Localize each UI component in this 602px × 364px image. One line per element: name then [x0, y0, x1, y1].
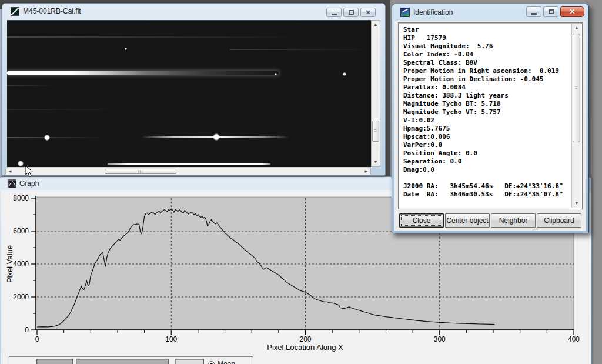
info-line: Separation: 0.0 — [403, 158, 569, 166]
ident-scroll-up-icon[interactable]: ▲ — [572, 26, 581, 31]
profile-box-2[interactable] — [76, 359, 169, 364]
image-vscrollbar[interactable]: ▲ ≡ ▼ — [371, 20, 380, 167]
profile-value-box[interactable] — [175, 359, 204, 364]
fits-file-icon — [11, 7, 19, 16]
graph-window-title: Graph — [19, 179, 39, 188]
info-line: Hpmag:5.7675 — [403, 125, 569, 133]
info-line: Proper Motion in Right ascension: 0.019 — [403, 67, 569, 75]
info-line: Position Angle: 0.0 — [403, 149, 569, 158]
info-line: Visual Magnitude: 5.76 — [403, 42, 569, 51]
image-window-title: M45-001RB-Cal.fit — [23, 7, 81, 15]
graph-window-icon — [8, 179, 16, 188]
image-close-button[interactable]: ✕ — [360, 8, 376, 17]
spectrum-streak — [7, 71, 279, 75]
image-maximize-button[interactable] — [343, 8, 359, 17]
identification-restore-button[interactable] — [543, 6, 558, 17]
x-tick-label: 0 — [35, 335, 39, 343]
x-tick-label: 200 — [299, 335, 311, 343]
info-line: Proper Motion in Declination: -0.045 — [403, 75, 569, 84]
info-line: Star — [403, 26, 569, 34]
fits-image-canvas[interactable] — [7, 20, 371, 167]
neighbor-button[interactable]: Neighbor — [491, 213, 536, 228]
info-line: Spectral Class: B8V — [403, 59, 569, 67]
close-button[interactable]: Close — [399, 213, 444, 228]
y-tick-label: 4000 — [13, 260, 29, 268]
info-line: Date RA: 3h46m30.53s DE:+24°35'07.8" — [403, 191, 569, 199]
identification-title: Identification — [413, 8, 453, 16]
spectrum-streak — [7, 85, 55, 86]
star-dot — [213, 133, 220, 141]
identification-window: Identification ✕ StarHIP 17579Visual Mag… — [392, 4, 589, 233]
star-dot — [275, 73, 277, 75]
identification-icon — [400, 8, 410, 17]
y-tick-label: 6000 — [13, 227, 29, 235]
spectrum-streak — [7, 109, 125, 110]
ident-scroll-down-icon[interactable]: ▼ — [572, 201, 581, 206]
info-line: Dmag:0.0 — [403, 166, 569, 174]
spectrum-streak — [108, 163, 270, 165]
info-line: Magnitude Tycho BT: 5.718 — [403, 100, 569, 108]
mean-radio-label: Mean — [218, 360, 235, 364]
info-line: Color Index: -0.04 — [403, 51, 569, 59]
x-tick-label: 300 — [434, 335, 446, 343]
info-line: V-I:0.02 — [403, 116, 569, 125]
y-axis-label: Pixel Value — [5, 245, 14, 283]
identification-close-button[interactable]: ✕ — [560, 6, 584, 17]
info-line: Hpscat:0.006 — [403, 133, 569, 141]
image-hscroll-thumb[interactable]: ||| — [105, 169, 176, 174]
scroll-right-icon[interactable]: ► — [363, 169, 369, 174]
star-dot — [125, 48, 127, 50]
center-object-button[interactable]: Center object — [445, 213, 490, 228]
info-line: Parallax: 0.0084 — [403, 84, 569, 92]
identification-client: StarHIP 17579Visual Magnitude: 5.76Color… — [394, 21, 586, 231]
image-minimize-button[interactable] — [326, 8, 342, 17]
star-dot — [18, 161, 24, 166]
star-dot — [44, 135, 50, 141]
image-vscroll-thumb[interactable]: ≡ — [372, 121, 379, 142]
mouse-cursor — [25, 165, 34, 178]
spectrum-streak — [7, 36, 304, 38]
fits-image-window: M45-001RB-Cal.fit ✕ ▲ ≡ ▼ ◄ ||| ► — [2, 3, 386, 176]
scroll-down-icon[interactable]: ▼ — [372, 160, 380, 165]
identification-button-row: Close Center object Neighbor Clipboard — [399, 213, 581, 228]
star-dot — [343, 72, 346, 76]
y-tick-label: 2000 — [13, 293, 29, 301]
image-hscrollbar[interactable]: ◄ ||| ► — [5, 168, 371, 175]
x-tick-label: 400 — [568, 335, 580, 343]
info-line: HIP 17579 — [403, 34, 569, 42]
profile-box-1[interactable] — [36, 359, 73, 364]
spectrum-streak — [7, 137, 104, 138]
scroll-left-icon[interactable]: ◄ — [7, 169, 13, 174]
spectrum-streak — [230, 49, 371, 50]
y-tick-label: 0 — [25, 326, 29, 334]
mean-radio[interactable] — [208, 361, 215, 364]
info-line: VarPer:0.0 — [403, 141, 569, 149]
info-line: Distance: 388.3 light years — [403, 92, 569, 100]
info-line: Magnitude Tycho VT: 5.757 — [403, 108, 569, 116]
star-info-textarea[interactable]: StarHIP 17579Visual Magnitude: 5.76Color… — [398, 22, 583, 209]
x-tick-label: 100 — [165, 335, 177, 343]
y-tick-label: 8000 — [13, 194, 29, 202]
clipboard-button[interactable]: Clipboard — [537, 213, 581, 228]
info-line — [403, 174, 569, 182]
ident-scroll-thumb[interactable]: ≡ — [573, 34, 580, 142]
identification-minimize-button[interactable] — [526, 6, 541, 17]
x-axis-label: Pixel Location Along X — [267, 343, 343, 352]
info-line: J2000 RA: 3h45m54.46s DE:+24°33'16.6" — [403, 182, 569, 191]
scroll-up-icon[interactable]: ▲ — [372, 22, 380, 27]
identification-scrollbar[interactable]: ▲ ≡ ▼ — [571, 24, 581, 208]
graph-bottom-panel: Mean — [9, 356, 253, 364]
star-info-lines: StarHIP 17579Visual Magnitude: 5.76Color… — [403, 26, 569, 199]
